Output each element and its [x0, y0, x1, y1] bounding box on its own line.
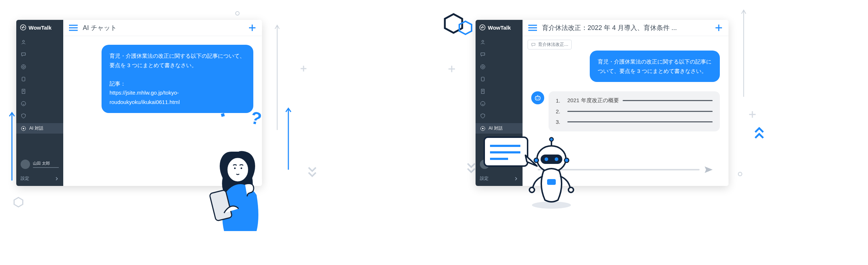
new-chat-button[interactable] [248, 24, 256, 32]
sidebar-ai-label: AI 対話 [489, 125, 503, 131]
brand-logo-icon [479, 24, 486, 31]
svg-point-24 [481, 101, 485, 106]
shield-icon [21, 113, 26, 119]
svg-point-41 [534, 158, 538, 162]
placeholder-bar [33, 167, 59, 168]
svg-point-28 [536, 98, 537, 99]
user-message: 育児・介護休業法の改正に関する以下の記事について、要点を 3 つにまとめて書きな… [102, 45, 253, 113]
confused-person-illustration [206, 137, 278, 231]
shield-icon [480, 113, 486, 119]
svg-point-29 [538, 98, 539, 99]
list-item: 2. [556, 108, 713, 114]
svg-point-13 [241, 168, 242, 169]
svg-point-38 [555, 157, 558, 161]
svg-rect-45 [547, 179, 556, 185]
sidebar-item[interactable] [476, 62, 523, 72]
chevrons-down-icon [307, 166, 317, 178]
menu-icon[interactable] [528, 25, 537, 31]
tab-label: 育介休法改正… [538, 42, 568, 48]
sidebar-item[interactable] [476, 49, 523, 60]
page-title: 育介休法改正：2022 年 4 月導入、育休条件 ... [542, 23, 710, 32]
svg-rect-27 [535, 96, 540, 100]
brand-text: WowTalk [29, 25, 52, 31]
user-icon [480, 39, 486, 45]
clipboard-icon [21, 76, 26, 82]
feed-icon [21, 64, 26, 70]
conversation-tab[interactable]: 育介休法改正… [528, 40, 572, 49]
svg-point-4 [21, 65, 26, 69]
face-icon [21, 101, 26, 107]
svg-rect-22 [481, 77, 484, 81]
svg-rect-36 [541, 155, 562, 164]
chevrons-down-icon [467, 162, 476, 174]
svg-point-20 [481, 65, 485, 69]
sidebar-item[interactable] [16, 86, 63, 96]
bot-message: 1. 2021 年度改正の概要 2. 3. [549, 91, 720, 131]
plus-deco-icon [448, 65, 456, 73]
svg-point-44 [568, 187, 573, 192]
send-button[interactable] [704, 166, 713, 174]
sidebar-item[interactable] [476, 74, 523, 84]
menu-icon[interactable] [69, 25, 78, 31]
chevrons-up-icon [754, 127, 765, 140]
svg-point-26 [482, 128, 484, 129]
svg-point-8 [21, 101, 26, 106]
brand-text: WowTalk [488, 25, 511, 31]
sidebar-item[interactable] [16, 62, 63, 72]
robot-illustration [483, 134, 577, 213]
user-name: 山田 太郎 [33, 161, 59, 166]
sidebar-item[interactable] [476, 86, 523, 96]
hexagon-icon [13, 197, 24, 208]
svg-point-40 [550, 138, 553, 141]
plus-deco-icon [748, 110, 756, 118]
sidebar-item-ai[interactable]: AI 対話 [16, 123, 63, 134]
sidebar-item[interactable] [476, 111, 523, 121]
face-icon [480, 101, 486, 107]
bot-message-row: 1. 2021 年度改正の概要 2. 3. [531, 91, 720, 131]
feed-icon [480, 64, 486, 70]
user-block[interactable]: 山田 太郎 [16, 156, 63, 173]
arrow-up-icon [741, 6, 746, 97]
brand: WowTalk [476, 20, 523, 36]
user-message: 育児・介護休業法の改正に関する以下の記事について、要点を 3 つにまとめて書きな… [590, 51, 720, 82]
sidebar-item[interactable] [16, 49, 63, 60]
svg-point-10 [23, 128, 24, 129]
settings-row[interactable]: 設定 [16, 173, 63, 186]
svg-point-5 [22, 66, 24, 68]
placeholder-bar [623, 100, 713, 101]
svg-rect-6 [22, 77, 25, 81]
page-title: AI チャット [83, 23, 243, 32]
user-icon [21, 39, 26, 45]
sidebar-item[interactable] [16, 99, 63, 109]
svg-point-0 [236, 12, 239, 15]
sidebar-ai-label: AI 対話 [29, 125, 43, 131]
brand-logo-icon [20, 24, 26, 31]
sidebar-item[interactable] [476, 99, 523, 109]
clipboard-icon [480, 76, 486, 82]
svg-marker-16 [459, 21, 472, 34]
sidebar-item-ai[interactable]: AI 対話 [476, 123, 523, 134]
sidebar-item[interactable] [16, 37, 63, 47]
chat-bubble-icon [531, 42, 536, 47]
doc-icon [480, 88, 486, 94]
list-number: 2. [556, 108, 564, 114]
svg-point-37 [545, 157, 548, 161]
topbar: AI チャット [63, 20, 262, 36]
sidebar-nav: AI 対話 [16, 36, 63, 134]
sidebar-item[interactable] [476, 37, 523, 47]
list-number: 3. [556, 119, 564, 125]
placeholder-bar [567, 121, 713, 122]
ai-icon [480, 126, 486, 131]
svg-point-21 [482, 66, 484, 68]
arrow-up-icon [9, 108, 15, 181]
svg-point-11 [227, 157, 249, 182]
settings-label: 設定 [21, 175, 29, 182]
svg-point-12 [234, 168, 236, 169]
list-number: 1. [556, 97, 564, 104]
dot-icon [738, 171, 743, 177]
sidebar-item[interactable] [16, 111, 63, 121]
new-chat-button[interactable] [715, 24, 723, 32]
sidebar: WowTalk AI 対話 山田 太郎 [16, 20, 63, 186]
list-item: 1. 2021 年度改正の概要 [556, 97, 713, 104]
sidebar-item[interactable] [16, 74, 63, 84]
